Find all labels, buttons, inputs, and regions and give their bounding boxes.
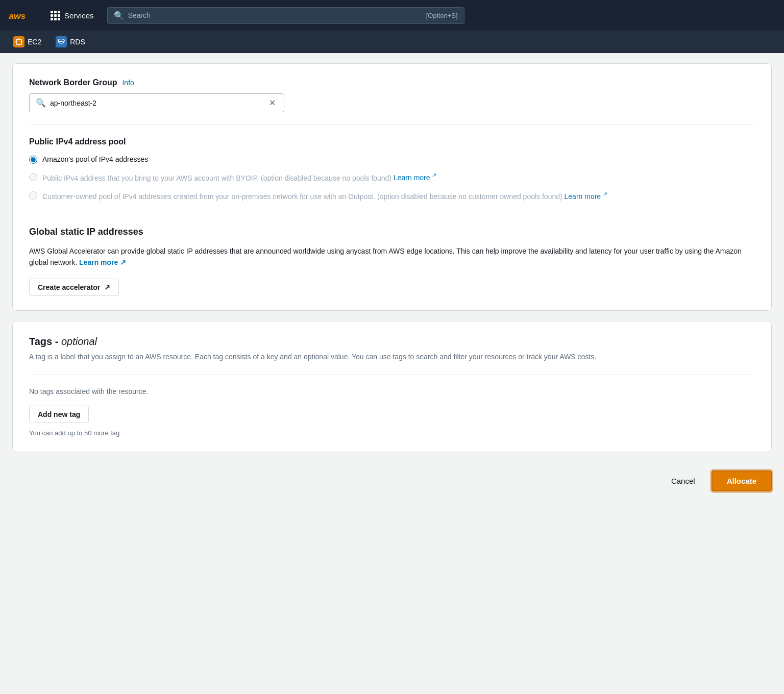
- radio-amazon-label: Amazon's pool of IPv4 addresses: [42, 155, 148, 165]
- search-field-icon: 🔍: [36, 98, 46, 108]
- clear-button[interactable]: ✕: [267, 98, 278, 108]
- top-navbar: aws Services 🔍 [Option+S]: [0, 0, 784, 31]
- tags-limit-text: You can add up to 50 more tag: [29, 429, 119, 437]
- search-icon: 🔍: [114, 11, 124, 20]
- main-content: Network Border Group Info 🔍 ✕ Public IPv…: [0, 53, 784, 462]
- no-tags-text: No tags associated with the resource.: [29, 387, 755, 395]
- ipv4-pool-section: Public IPv4 address pool Amazon's pool o…: [29, 137, 755, 202]
- radio-amazon[interactable]: [29, 156, 37, 164]
- tags-title: Tags - optional: [29, 336, 755, 348]
- ipv4-pool-title: Public IPv4 address pool: [29, 137, 755, 146]
- main-form-card: Network Border Group Info 🔍 ✕ Public IPv…: [12, 63, 772, 311]
- rds-label: RDS: [70, 38, 85, 46]
- radio-customer[interactable]: [29, 191, 37, 200]
- network-border-group-input[interactable]: [50, 99, 263, 107]
- services-label: Services: [64, 11, 94, 20]
- network-border-group-title: Network Border Group Info: [29, 78, 755, 87]
- search-input[interactable]: [128, 11, 422, 19]
- ec2-icon: [13, 36, 24, 47]
- global-static-title: Global static IP addresses: [29, 227, 755, 237]
- search-shortcut: [Option+S]: [426, 12, 458, 19]
- info-link[interactable]: Info: [122, 79, 134, 87]
- radio-byoip[interactable]: [29, 173, 37, 181]
- radio-customer-label: Customer-owned pool of IPv4 addresses cr…: [42, 190, 607, 202]
- global-static-section: Global static IP addresses AWS Global Ac…: [29, 227, 755, 296]
- ec2-label: EC2: [28, 38, 41, 46]
- grid-icon: [51, 11, 60, 20]
- ext-link-icon-1: ↗: [432, 172, 436, 179]
- ipv4-pool-radio-group: Amazon's pool of IPv4 addresses Public I…: [29, 155, 755, 202]
- rds-nav-item[interactable]: RDS: [51, 33, 90, 51]
- network-border-group-search[interactable]: 🔍 ✕: [29, 93, 284, 112]
- allocate-button[interactable]: Allocate: [712, 470, 772, 491]
- divider-2: [29, 214, 755, 214]
- ext-link-icon-3: ↗: [120, 258, 126, 266]
- add-new-tag-button[interactable]: Add new tag: [29, 406, 89, 423]
- external-link-icon: ↗: [104, 283, 110, 291]
- global-static-desc: AWS Global Accelerator can provide globa…: [29, 245, 755, 268]
- radio-item-customer: Customer-owned pool of IPv4 addresses cr…: [29, 190, 755, 202]
- svg-rect-1: [16, 39, 21, 44]
- create-accelerator-button[interactable]: Create accelerator ↗: [29, 279, 119, 296]
- network-border-group-section: Network Border Group Info 🔍 ✕: [29, 78, 755, 112]
- ext-link-icon-2: ↗: [603, 191, 607, 197]
- services-button[interactable]: Services: [45, 8, 99, 23]
- search-bar[interactable]: 🔍 [Option+S]: [107, 7, 464, 24]
- divider-1: [29, 125, 755, 125]
- cancel-button[interactable]: Cancel: [663, 473, 703, 489]
- svg-text:aws: aws: [9, 11, 26, 21]
- tags-divider: [29, 375, 755, 375]
- tags-description: A tag is a label that you assign to an A…: [29, 352, 755, 362]
- nav-divider: [37, 8, 37, 23]
- rds-icon: [56, 36, 67, 47]
- customer-learn-more-link[interactable]: Learn more ↗: [565, 192, 607, 201]
- radio-byoip-label: Public IPv4 address that you bring to yo…: [42, 172, 436, 183]
- ec2-nav-item[interactable]: EC2: [8, 33, 46, 51]
- aws-logo[interactable]: aws: [8, 6, 29, 24]
- radio-item-byoip: Public IPv4 address that you bring to yo…: [29, 172, 755, 183]
- footer-actions: Cancel Allocate: [0, 462, 784, 500]
- secondary-navbar: EC2 RDS: [0, 31, 784, 53]
- radio-item-amazon: Amazon's pool of IPv4 addresses: [29, 155, 755, 165]
- tags-card: Tags - optional A tag is a label that yo…: [12, 321, 772, 452]
- global-learn-more-link[interactable]: Learn more ↗: [79, 258, 126, 266]
- byoip-learn-more-link[interactable]: Learn more ↗: [394, 174, 436, 182]
